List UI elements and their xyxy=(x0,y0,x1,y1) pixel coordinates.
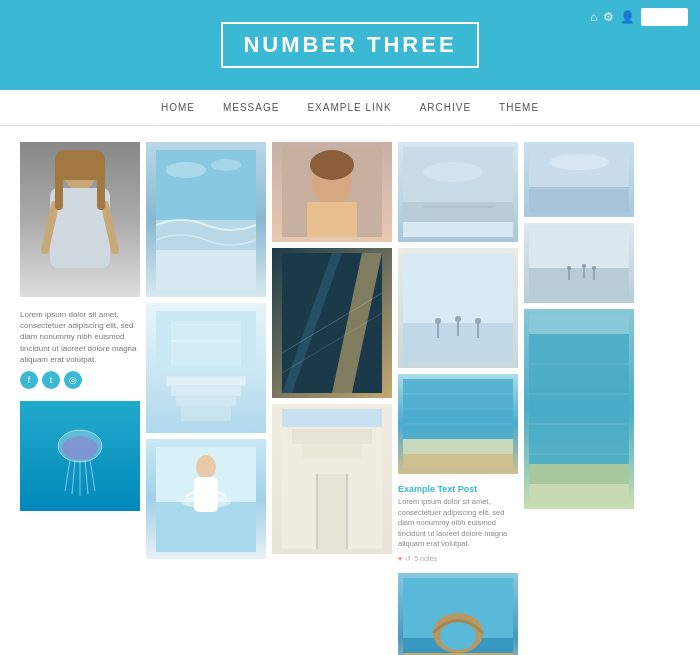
svg-point-35 xyxy=(329,190,345,200)
follow-button[interactable]: Follow xyxy=(641,8,688,26)
svg-rect-20 xyxy=(166,376,246,386)
svg-rect-33 xyxy=(307,202,357,237)
col1-text-block: Lorem ipsum dolor sit amet, consectetuer… xyxy=(20,303,140,395)
svg-rect-44 xyxy=(312,459,352,474)
example-text-post: Example Text Post Lorem ipsum dolor sit … xyxy=(398,480,518,567)
svg-rect-54 xyxy=(403,253,513,323)
col5 xyxy=(524,142,634,509)
svg-point-58 xyxy=(475,318,481,324)
example-post-title: Example Text Post xyxy=(398,484,518,494)
svg-rect-66 xyxy=(403,439,513,454)
photo-grid: Lorem ipsum dolor sit amet, consectetuer… xyxy=(20,142,680,655)
col1-body-text: Lorem ipsum dolor sit amet, consectetuer… xyxy=(20,309,140,365)
svg-rect-74 xyxy=(529,187,629,212)
content-area: Lorem ipsum dolor sit amet, consectetuer… xyxy=(0,126,700,655)
col4: Example Text Post Lorem ipsum dolor sit … xyxy=(398,142,518,655)
nav-example-link[interactable]: EXAMPLE LINK xyxy=(307,102,391,113)
site-title-box: NUMBER THREE xyxy=(221,22,478,68)
svg-rect-45 xyxy=(317,474,347,549)
image-white-stairs xyxy=(272,404,392,554)
top-icons: ⌂ ⚙ 👤 Follow xyxy=(590,8,688,26)
image-girl-water xyxy=(146,439,266,559)
svg-rect-78 xyxy=(529,268,629,298)
notes-label: 5 notes xyxy=(414,555,437,562)
svg-point-79 xyxy=(567,266,571,270)
svg-rect-6 xyxy=(97,160,105,210)
svg-rect-23 xyxy=(181,406,231,421)
settings-icon[interactable]: ⚙ xyxy=(603,10,614,24)
image-portrait-girl2 xyxy=(272,142,392,242)
home-icon[interactable]: ⌂ xyxy=(590,10,597,24)
image-pool-stairs xyxy=(146,303,266,433)
nav-message[interactable]: MESSAGE xyxy=(223,102,279,113)
svg-rect-22 xyxy=(176,396,236,406)
nav-bar: HOME MESSAGE EXAMPLE LINK ARCHIVE THEME xyxy=(0,90,700,126)
svg-line-13 xyxy=(90,460,95,491)
site-title: NUMBER THREE xyxy=(243,32,456,58)
svg-rect-48 xyxy=(282,409,382,427)
image-jellyfish xyxy=(20,401,140,511)
svg-point-57 xyxy=(455,316,461,322)
svg-rect-67 xyxy=(403,454,513,469)
svg-point-18 xyxy=(211,159,241,171)
svg-rect-92 xyxy=(529,484,629,504)
reblog-icon[interactable]: ↺ xyxy=(405,555,411,563)
svg-point-56 xyxy=(435,318,441,324)
svg-rect-24 xyxy=(171,321,241,366)
svg-line-12 xyxy=(85,460,88,494)
svg-point-53 xyxy=(423,162,483,182)
svg-rect-51 xyxy=(403,222,513,237)
svg-line-9 xyxy=(65,460,70,491)
svg-rect-91 xyxy=(529,464,629,484)
nav-theme[interactable]: THEME xyxy=(499,102,539,113)
svg-point-34 xyxy=(310,150,354,180)
nav-home[interactable]: HOME xyxy=(161,102,195,113)
svg-point-80 xyxy=(582,264,586,268)
social-icons: f t ◎ xyxy=(20,371,140,389)
svg-point-76 xyxy=(549,154,609,170)
instagram-icon[interactable]: ◎ xyxy=(64,371,82,389)
image-ocean-beach xyxy=(146,142,266,297)
facebook-icon[interactable]: f xyxy=(20,371,38,389)
col3 xyxy=(272,142,392,554)
image-pool-large xyxy=(524,309,634,509)
svg-rect-5 xyxy=(55,160,63,210)
example-post-body: Lorem ipsum dolor sit amet, consectetuer… xyxy=(398,497,518,550)
image-sky-ocean-small xyxy=(524,142,634,217)
heart-icon[interactable]: ♥ xyxy=(398,555,402,562)
svg-rect-43 xyxy=(302,444,362,459)
user-icon[interactable]: 👤 xyxy=(620,10,635,24)
svg-rect-50 xyxy=(403,202,513,222)
image-girl-portrait xyxy=(20,142,140,297)
svg-rect-42 xyxy=(292,429,372,444)
svg-rect-85 xyxy=(529,314,629,334)
col1: Lorem ipsum dolor sit amet, consectetuer… xyxy=(20,142,140,511)
svg-rect-21 xyxy=(171,386,241,396)
twitter-icon[interactable]: t xyxy=(42,371,60,389)
svg-rect-86 xyxy=(529,334,629,464)
image-distant-beach xyxy=(398,142,518,242)
notes-count: ♥ ↺ 5 notes xyxy=(398,555,518,563)
svg-point-17 xyxy=(166,162,206,178)
image-figures-water xyxy=(398,248,518,368)
svg-point-72 xyxy=(440,622,476,650)
image-misty-ocean xyxy=(524,223,634,303)
svg-point-81 xyxy=(592,266,596,270)
image-pool-tiles xyxy=(398,374,518,474)
col2 xyxy=(146,142,266,559)
image-rock-arch xyxy=(398,573,518,656)
svg-line-10 xyxy=(72,460,75,494)
svg-point-8 xyxy=(62,436,98,460)
top-bar: NUMBER THREE ⌂ ⚙ 👤 Follow xyxy=(0,0,700,90)
svg-rect-16 xyxy=(156,250,256,290)
image-architecture-stairs xyxy=(272,248,392,398)
svg-point-28 xyxy=(196,455,216,479)
svg-rect-14 xyxy=(156,150,256,220)
nav-archive[interactable]: ARCHIVE xyxy=(420,102,471,113)
